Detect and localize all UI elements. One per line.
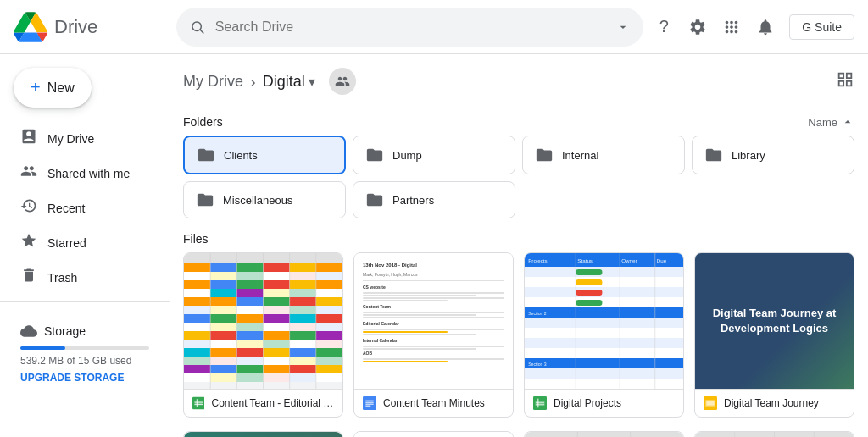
files-section-title: Files — [183, 232, 209, 246]
layout-toggle-button[interactable] — [836, 70, 854, 93]
recent-icon — [20, 197, 37, 218]
sidebar-item-shared-label: Shared with me — [47, 167, 130, 180]
apps-icon[interactable] — [721, 17, 742, 37]
folder-icon — [197, 146, 215, 164]
sidebar-item-shared-with-me[interactable]: Shared with me — [0, 156, 170, 191]
sort-button[interactable]: Name — [808, 115, 854, 129]
svg-rect-32 — [316, 297, 342, 306]
file-card-journey[interactable]: Digital Team Journey at Development Logi… — [694, 252, 854, 418]
svg-rect-57 — [184, 340, 210, 348]
svg-rect-45 — [184, 323, 210, 331]
svg-rect-110 — [525, 297, 683, 307]
file-name-minutes: Content Team Minutes — [383, 397, 485, 409]
svg-rect-129 — [536, 401, 545, 401]
sidebar-item-trash[interactable]: Trash — [0, 260, 170, 295]
file-thumb-editorial-cal — [184, 253, 342, 389]
folder-name-miscellaneous: Miscellaneous — [223, 194, 292, 207]
shared-icon — [20, 163, 37, 184]
slides-icon — [704, 396, 717, 410]
folder-card-dump[interactable]: Dump — [353, 136, 515, 174]
file-thumb-journey: Digital Team Journey at Development Logi… — [695, 253, 854, 389]
file-footer-editorial-cal: Content Team - Editorial Cal... — [184, 389, 342, 417]
new-button[interactable]: + New — [14, 68, 92, 108]
svg-rect-40 — [210, 314, 236, 323]
svg-point-0 — [192, 22, 201, 30]
folder-icon — [365, 146, 384, 164]
search-bar[interactable] — [176, 8, 643, 47]
folder-card-partners[interactable]: Partners — [353, 181, 515, 218]
svg-rect-13 — [290, 272, 316, 280]
svg-text:Owner: Owner — [621, 257, 637, 263]
logo: Drive — [14, 10, 166, 44]
manage-people-button[interactable] — [329, 68, 356, 95]
breadcrumb-dropdown-icon[interactable]: ▾ — [309, 74, 315, 90]
breadcrumb-parent[interactable]: My Drive — [183, 73, 243, 91]
sidebar-item-starred[interactable]: Starred — [0, 225, 170, 260]
svg-rect-8 — [316, 263, 342, 272]
trash-icon — [20, 267, 37, 288]
folder-name-partners: Partners — [392, 194, 434, 207]
svg-rect-25 — [290, 289, 316, 297]
svg-rect-97 — [363, 396, 376, 410]
svg-rect-35 — [236, 306, 263, 314]
topbar-actions: ? G Suite — [654, 14, 854, 40]
search-input[interactable] — [215, 19, 607, 35]
breadcrumb-separator: › — [250, 72, 256, 91]
folder-card-library[interactable]: Library — [692, 136, 854, 174]
svg-rect-109 — [525, 287, 683, 297]
svg-rect-82 — [210, 373, 236, 382]
storage-bar-fill — [20, 346, 65, 350]
file-card-projects[interactable]: Projects Status Owner Due Section 2 — [524, 252, 684, 418]
svg-rect-22 — [210, 289, 236, 297]
files-grid: Content Team - Editorial Cal... 13th Nov… — [183, 252, 854, 418]
help-icon[interactable]: ? — [654, 17, 674, 37]
file-card-minutes[interactable]: 13th Nov 2018 - Digital Mark, Forsyth, H… — [353, 252, 514, 418]
search-dropdown-icon[interactable] — [616, 19, 630, 35]
file-card-bottom-1[interactable] — [183, 431, 343, 437]
svg-rect-108 — [525, 277, 683, 287]
file-card-bottom-4[interactable] — [694, 431, 854, 437]
file-card-bottom-2[interactable]: 2019 Nov 2019 - Digital — [353, 431, 514, 437]
svg-rect-27 — [184, 297, 210, 306]
svg-rect-101 — [365, 406, 370, 407]
svg-rect-23 — [236, 289, 263, 297]
file-card-editorial-cal[interactable]: Content Team - Editorial Cal... — [183, 252, 343, 418]
storage-cloud-icon — [20, 323, 37, 340]
svg-text:Due: Due — [657, 257, 667, 263]
svg-rect-135 — [706, 401, 714, 405]
svg-rect-77 — [236, 365, 263, 373]
folder-icon — [704, 146, 723, 164]
svg-rect-79 — [290, 365, 316, 373]
gsuite-button[interactable]: G Suite — [789, 14, 854, 40]
main-layout: + New My Drive Shared with me Recent — [0, 54, 868, 437]
folder-name-library: Library — [732, 149, 765, 162]
svg-rect-37 — [290, 306, 316, 314]
svg-rect-84 — [264, 373, 290, 382]
svg-rect-99 — [365, 402, 373, 403]
file-footer-projects: Digital Projects — [525, 389, 683, 417]
svg-rect-76 — [210, 365, 236, 373]
notifications-icon[interactable] — [755, 17, 776, 37]
sidebar-item-recent[interactable]: Recent — [0, 191, 170, 225]
svg-rect-95 — [194, 404, 203, 405]
svg-rect-47 — [236, 323, 263, 331]
svg-text:Section 3: Section 3 — [528, 362, 547, 367]
svg-rect-67 — [290, 348, 316, 357]
sidebar-item-my-drive[interactable]: My Drive — [0, 121, 170, 156]
pres-title: Digital Team Journey at Development Logi… — [705, 306, 843, 336]
file-card-bottom-3[interactable] — [524, 431, 684, 437]
folder-card-miscellaneous[interactable]: Miscellaneous — [183, 181, 346, 218]
upgrade-storage-link[interactable]: UPGRADE STORAGE — [20, 372, 149, 384]
folder-card-internal[interactable]: Internal — [522, 136, 685, 174]
svg-rect-119 — [525, 368, 683, 379]
sheets-icon-2 — [533, 396, 547, 410]
svg-rect-58 — [210, 340, 236, 348]
folder-name-clients: Clients — [224, 149, 258, 162]
settings-icon[interactable] — [687, 17, 708, 37]
breadcrumb: My Drive › Digital ▾ — [183, 54, 854, 105]
content-area: My Drive › Digital ▾ Folders Name — [170, 54, 868, 437]
svg-rect-94 — [194, 402, 203, 403]
folder-card-clients[interactable]: Clients — [183, 136, 346, 174]
svg-rect-71 — [236, 357, 263, 365]
search-icon — [190, 19, 205, 36]
